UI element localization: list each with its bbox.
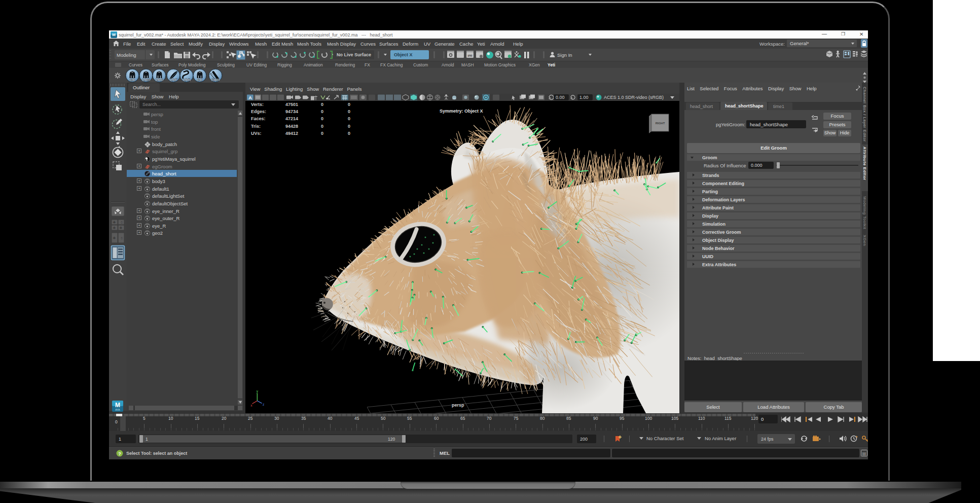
svg-text:AYA: AYA <box>115 408 120 411</box>
svg-text:+: + <box>113 220 116 225</box>
svg-text:GR: GR <box>129 78 135 82</box>
svg-text:+: + <box>113 226 116 230</box>
svg-text:GE: GE <box>197 78 203 82</box>
svg-text:A: A <box>248 95 252 100</box>
svg-text:M: M <box>115 402 120 409</box>
svg-text:?: ? <box>118 451 121 456</box>
svg-text:◖: ◖ <box>121 220 123 225</box>
svg-text:GRM: GRM <box>211 78 220 82</box>
svg-text:RIGHT: RIGHT <box>656 122 665 125</box>
svg-text:M: M <box>112 32 116 37</box>
svg-text:x: x <box>250 404 252 407</box>
svg-text:CRG: CRG <box>155 78 164 82</box>
svg-text:CRB: CRB <box>183 78 191 82</box>
svg-text:◖: ◖ <box>121 236 123 240</box>
svg-text:CRF: CRF <box>169 78 177 82</box>
svg-text:▤: ▤ <box>862 451 866 456</box>
svg-text:CRM: CRM <box>141 78 150 82</box>
svg-text:+: + <box>113 236 116 240</box>
svg-text:IPR: IPR <box>467 54 472 57</box>
svg-text:+: + <box>120 226 122 230</box>
svg-text:z: z <box>263 403 264 406</box>
svg-text:y: y <box>257 390 259 393</box>
